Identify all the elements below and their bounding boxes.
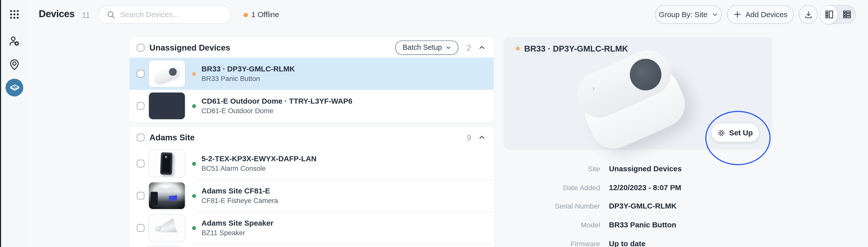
device-subtitle: BZ11 Speaker (202, 229, 273, 237)
device-subtitle: BR33 Panic Button (202, 75, 295, 83)
field-value: 12/20/2023 - 8:07 PM (609, 183, 681, 192)
device-hero-image (564, 52, 708, 145)
status-dot (192, 226, 196, 230)
device-subtitle: CF81-E Fisheye Camera (202, 197, 278, 204)
list-view-button[interactable] (838, 5, 855, 23)
list-view-icon (842, 9, 852, 19)
device-detail-panel: BR33 · DP3Y-GMLC-RLMK Set Up (504, 37, 772, 150)
group-title: Adams Site (149, 133, 458, 142)
offline-status[interactable]: 1 Offline (244, 0, 279, 29)
field-label: Site (504, 165, 600, 173)
split-view-icon (824, 9, 834, 19)
field-site: Site Unassigned Devices (504, 160, 772, 179)
add-devices-button[interactable]: Add Devices (727, 5, 794, 24)
device-thumbnail (149, 60, 185, 87)
download-icon (803, 10, 813, 19)
chevron-up-icon[interactable] (478, 44, 486, 51)
field-label: Serial Number (504, 202, 600, 210)
page-title: Devices (39, 8, 74, 20)
device-title: Adams Site Speaker (202, 219, 273, 227)
sidebar (1, 0, 27, 247)
device-row-cd61[interactable]: CD61-E Outdoor Dome · TTRY-L3YF-WAP6 CD6… (130, 90, 494, 122)
row-checkbox[interactable] (136, 192, 145, 200)
split-view-button[interactable] (820, 5, 838, 24)
device-subtitle: BC51 Alarm Console (202, 165, 316, 172)
device-title: BR33 · DP3Y-GMLC-RLMK (202, 65, 295, 73)
status-dot (516, 47, 520, 50)
group-by-label: Group By: Site (659, 10, 708, 19)
detail-fields: Site Unassigned Devices Date Added 12/20… (504, 160, 772, 247)
field-label: Firmware (504, 239, 600, 247)
partial-next-row (130, 244, 494, 247)
device-title: 5-2-TEX-KP3X-EWYX-DAFP-LAN (202, 155, 316, 163)
device-row-bc51[interactable]: 5-2-TEX-KP3X-EWYX-DAFP-LAN BC51 Alarm Co… (130, 147, 494, 180)
chevron-down-icon (446, 45, 451, 50)
field-value: Up to date (609, 239, 646, 247)
field-label: Model (504, 221, 600, 229)
group-unassigned-devices: Unassigned Devices Batch Setup 2 BR33 · … (130, 37, 494, 122)
device-title: Adams Site CF81-E (202, 187, 278, 195)
add-devices-label: Add Devices (745, 10, 787, 19)
device-thumbnail (149, 92, 185, 119)
row-checkbox[interactable] (136, 70, 145, 78)
row-checkbox[interactable] (136, 224, 145, 232)
offline-status-label: 1 Offline (251, 10, 279, 19)
field-value: DP3Y-GMLC-RLMK (609, 202, 677, 210)
search-icon (107, 10, 115, 19)
set-up-label: Set Up (729, 129, 753, 137)
group-count: 2 (467, 43, 471, 52)
search-input[interactable]: Search Devices... (98, 5, 231, 24)
chevron-up-icon[interactable] (478, 134, 486, 141)
sidebar-item-devices-active[interactable] (5, 79, 23, 97)
device-title: CD61-E Outdoor Dome · TTRY-L3YF-WAP6 (202, 97, 352, 105)
search-placeholder: Search Devices... (120, 10, 179, 19)
group-header: Unassigned Devices Batch Setup 2 (130, 37, 494, 58)
offline-status-dot (244, 12, 248, 17)
field-model: Model BR33 Panic Button (504, 216, 772, 234)
field-serial-number: Serial Number DP3Y-GMLC-RLMK (504, 197, 772, 216)
group-checkbox[interactable] (136, 44, 145, 51)
batch-setup-button[interactable]: Batch Setup (396, 40, 459, 55)
field-value: Unassigned Devices (609, 165, 682, 173)
gear-icon (718, 129, 725, 137)
status-dot (192, 162, 196, 165)
device-row-cf81[interactable]: Adams Site CF81-E CF81-E Fisheye Camera (130, 180, 494, 212)
batch-setup-label: Batch Setup (403, 43, 442, 52)
group-adams-site: Adams Site 9 5-2-TEX-KP3X-EWYX-DAFP-LAN … (130, 127, 494, 247)
group-header: Adams Site 9 (130, 127, 494, 148)
group-title: Unassigned Devices (149, 43, 391, 52)
device-count-badge: 11 (82, 10, 90, 19)
app-grid-icon[interactable] (8, 9, 20, 20)
field-label: Date Added (504, 183, 600, 192)
set-up-button[interactable]: Set Up (711, 124, 759, 142)
group-checkbox[interactable] (136, 133, 145, 141)
device-thumbnail (149, 150, 185, 177)
export-download-button[interactable] (799, 5, 818, 24)
view-mode-toggle[interactable] (820, 5, 856, 24)
sites-pin-icon[interactable] (8, 59, 20, 71)
device-row-bz11[interactable]: Adams Site Speaker BZ11 Speaker (130, 212, 494, 244)
row-checkbox[interactable] (136, 160, 145, 167)
field-value: BR33 Panic Button (609, 221, 676, 229)
admin-users-icon[interactable] (8, 35, 20, 47)
device-thumbnail (149, 182, 185, 209)
chevron-down-icon (712, 11, 718, 17)
group-count: 9 (467, 133, 471, 142)
plus-icon (733, 10, 741, 18)
status-dot (192, 194, 196, 197)
group-by-dropdown[interactable]: Group By: Site (655, 5, 722, 24)
devices-page: Devices 11 Search Devices... 1 Offline G… (0, 0, 868, 247)
devices-box-icon (8, 82, 20, 93)
device-thumbnail (149, 215, 185, 241)
device-thumbnail-partial (146, 246, 182, 247)
status-dot (192, 72, 196, 76)
field-firmware: Firmware Up to date (504, 234, 772, 247)
field-date-added: Date Added 12/20/2023 - 8:07 PM (504, 179, 772, 197)
device-row-br33[interactable]: BR33 · DP3Y-GMLC-RLMK BR33 Panic Button (130, 58, 494, 90)
row-checkbox[interactable] (136, 102, 145, 110)
status-dot (192, 104, 196, 108)
device-subtitle: CD61-E Outdoor Dome (202, 107, 352, 115)
